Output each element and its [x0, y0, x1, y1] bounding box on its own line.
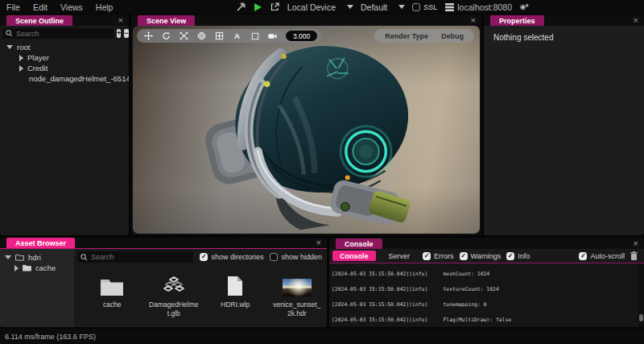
- camera-speed-value[interactable]: 3.000: [286, 31, 317, 41]
- menu-file[interactable]: File: [0, 2, 27, 12]
- filter-info[interactable]: ✓ Info: [506, 252, 530, 260]
- console-panel: Console × Console Server ✓ Errors ✓ Warn…: [329, 238, 644, 327]
- settings-gears-icon[interactable]: [519, 2, 529, 12]
- grid-snap-icon[interactable]: [215, 31, 224, 40]
- expander-right-icon[interactable]: [19, 55, 23, 61]
- scene-view-panel: Scene View ×: [131, 15, 481, 235]
- console-subtab-console[interactable]: Console: [332, 251, 376, 261]
- ssl-checkbox[interactable]: [412, 3, 420, 11]
- tree-node-player[interactable]: Player: [0, 52, 129, 63]
- collapse-all-button[interactable]: −: [124, 29, 128, 38]
- tree-node-helmet[interactable]: node_damagedHelmet_-6514: [0, 73, 129, 84]
- log-line: [2024-05-03 15:15:50.042][info] textureC…: [332, 287, 636, 292]
- file-label: venice_sunset_2k.hdr: [272, 300, 323, 317]
- folder-node-cache[interactable]: cache: [0, 263, 74, 273]
- external-link-icon[interactable]: [270, 2, 280, 12]
- warnings-checkbox[interactable]: ✓: [460, 252, 468, 260]
- asset-browser-panel: Asset Browser × hdri cache: [0, 238, 327, 327]
- show-hidden-toggle[interactable]: show hidden: [270, 253, 322, 261]
- asset-search-input[interactable]: [91, 253, 190, 261]
- tab-properties[interactable]: Properties: [490, 15, 544, 26]
- tab-console[interactable]: Console: [336, 238, 382, 249]
- tree-node-root[interactable]: root: [0, 42, 129, 52]
- console-tabbar: Console ×: [329, 238, 644, 249]
- close-icon[interactable]: ×: [634, 16, 638, 25]
- ssl-toggle[interactable]: SSL: [412, 3, 437, 11]
- config-selector[interactable]: Default: [361, 2, 405, 12]
- tab-scene-outline[interactable]: Scene Outline: [6, 15, 72, 26]
- console-subtab-server[interactable]: Server: [382, 251, 418, 261]
- expander-right-icon[interactable]: [14, 265, 19, 271]
- asset-search[interactable]: [77, 251, 193, 263]
- show-directories-checkbox[interactable]: ✓: [200, 253, 208, 261]
- move-tool-icon[interactable]: [144, 31, 153, 40]
- frame-select-icon[interactable]: [250, 31, 259, 40]
- close-icon[interactable]: ×: [634, 239, 638, 248]
- viewport-3d[interactable]: A 3.000 Render Type Debug: [133, 26, 480, 234]
- close-icon[interactable]: ×: [471, 16, 476, 25]
- tree-node-label: Player: [27, 53, 49, 62]
- expander-right-icon[interactable]: [19, 65, 23, 72]
- host-indicator: localhost:8080: [444, 2, 512, 12]
- globe-space-icon[interactable]: [197, 31, 206, 40]
- file-label: cache: [103, 300, 122, 309]
- asset-item-cache[interactable]: cache: [87, 272, 138, 317]
- trash-icon[interactable]: [630, 251, 638, 260]
- show-directories-toggle[interactable]: ✓ show directories: [200, 253, 263, 261]
- check-icon: ✓: [580, 253, 586, 259]
- asset-file-grid: cache DamagedHelmet.glb HD: [74, 264, 327, 317]
- folder-icon: [15, 254, 24, 261]
- scrollbar-thumb[interactable]: [639, 314, 643, 321]
- asset-browser-body: hdri cache ✓: [0, 249, 327, 327]
- check-icon: ✓: [424, 253, 430, 259]
- menu-edit[interactable]: Edit: [27, 2, 54, 12]
- tab-asset-browser[interactable]: Asset Browser: [6, 238, 75, 248]
- letter-a-icon[interactable]: A: [233, 31, 242, 40]
- show-hidden-checkbox[interactable]: [270, 253, 278, 261]
- search-icon: [6, 30, 13, 37]
- asset-item-hdri-wlp[interactable]: HDRI.wlp: [210, 272, 261, 317]
- camera-icon[interactable]: [268, 31, 277, 40]
- close-icon[interactable]: ×: [118, 16, 123, 25]
- debug-button[interactable]: Debug: [441, 32, 464, 40]
- rotate-tool-icon[interactable]: [162, 31, 171, 40]
- autoscroll-checkbox[interactable]: ✓: [579, 252, 587, 260]
- scene-outline-search-input[interactable]: [16, 30, 110, 38]
- tab-scene-view[interactable]: Scene View: [138, 15, 195, 26]
- tree-node-credit[interactable]: Credit: [0, 63, 129, 73]
- gltf-cubes-icon: [163, 272, 185, 296]
- config-selector-value: Default: [361, 2, 387, 12]
- menu-help[interactable]: Help: [89, 2, 120, 12]
- asset-item-damagedhelmet-glb[interactable]: DamagedHelmet.glb: [149, 272, 200, 317]
- expander-down-icon[interactable]: [5, 255, 11, 259]
- menu-views[interactable]: Views: [54, 2, 89, 12]
- asset-browser-tabbar: Asset Browser ×: [0, 238, 327, 249]
- tree-node-label: root: [17, 43, 30, 52]
- host-value: localhost:8080: [457, 2, 512, 12]
- device-selector[interactable]: Local Device: [287, 2, 353, 12]
- close-icon[interactable]: ×: [316, 238, 321, 247]
- errors-checkbox[interactable]: ✓: [423, 252, 431, 260]
- autoscroll-toggle[interactable]: ✓ Auto-scroll: [579, 252, 625, 260]
- asset-item-venice-sunset-hdr[interactable]: venice_sunset_2k.hdr: [272, 272, 323, 317]
- helmet-model: [187, 36, 432, 234]
- info-checkbox[interactable]: ✓: [506, 252, 514, 260]
- scene-outline-search[interactable]: [2, 28, 114, 39]
- console-scrollbar[interactable]: [638, 263, 644, 327]
- expander-down-icon[interactable]: [6, 45, 13, 49]
- console-log-area[interactable]: [2024-05-03 15:15:50.042][info] meshCoun…: [329, 263, 644, 327]
- build-hammer-icon[interactable]: [237, 2, 246, 12]
- menu-bar: File Edit Views Help Local Device Defaul…: [0, 0, 644, 14]
- properties-empty-message: Nothing selected: [484, 26, 644, 49]
- filter-warnings[interactable]: ✓ Warnings: [460, 252, 502, 260]
- log-line: [2024-05-03 15:15:50.042][info] Flag(Mul…: [332, 317, 636, 322]
- play-icon[interactable]: [254, 2, 263, 12]
- topbar-actions: Local Device Default SSL localhost:8080: [237, 2, 529, 12]
- scale-tool-icon[interactable]: [180, 31, 188, 40]
- console-right-controls: ✓ Auto-scroll: [579, 251, 638, 260]
- expand-all-button[interactable]: +: [117, 29, 121, 38]
- tree-node-label: Credit: [27, 64, 47, 73]
- filter-errors[interactable]: ✓ Errors: [423, 252, 454, 260]
- folder-node-hdri[interactable]: hdri: [0, 252, 74, 263]
- render-type-button[interactable]: Render Type: [385, 32, 428, 40]
